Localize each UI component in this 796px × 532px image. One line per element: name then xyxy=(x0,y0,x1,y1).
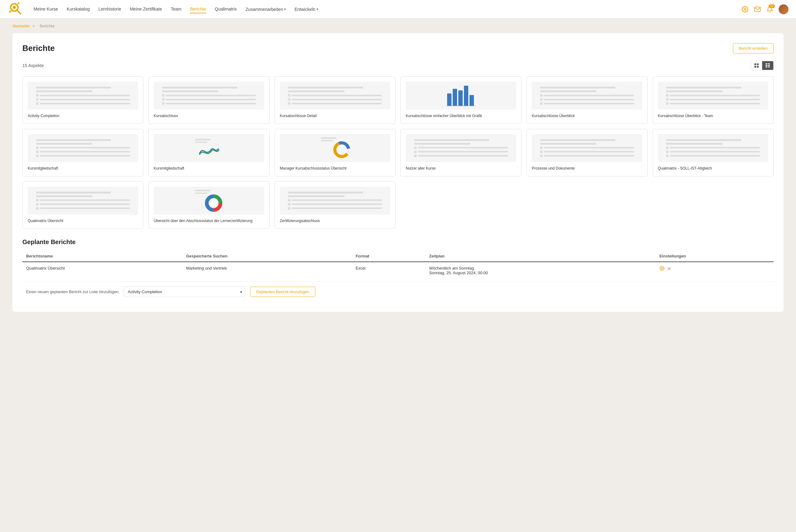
report-thumb-11 xyxy=(532,134,642,162)
report-thumb-3 xyxy=(280,82,390,110)
navbar: Meine Kurse Kurskatalog Lernhistorie Mei… xyxy=(0,0,796,19)
report-name-6: Kursabschlüsse Überblick - Team xyxy=(658,113,768,119)
avatar[interactable] xyxy=(779,4,789,14)
report-card-zertifizierungsabschluss[interactable]: Zertifizierungsabschluss xyxy=(274,182,396,229)
report-card-kursmitgliedschaft-2[interactable]: Kursmitgliedschaft xyxy=(148,129,269,176)
nav-team[interactable]: Team xyxy=(171,5,181,13)
report-name-8: Kursmitgliedschaft xyxy=(153,166,264,171)
col-format: Format xyxy=(352,251,426,262)
notifications-icon[interactable]: SP xyxy=(766,5,774,13)
report-name-1: Activity Completion xyxy=(28,113,138,119)
nav-berichte[interactable]: Berichte xyxy=(190,5,206,13)
report-name-11: Prozesse und Dokumente xyxy=(532,166,642,171)
report-card-kursabschlusse-uberblick[interactable]: Kursabschlüsse Überblick xyxy=(526,76,647,124)
svg-rect-8 xyxy=(754,63,756,65)
svg-point-7 xyxy=(744,8,746,10)
main-content: Berichte Bericht erstellen 15 Aspekte xyxy=(0,33,796,324)
nav-zertifikate[interactable]: Meine Zertifikate xyxy=(130,5,162,13)
add-scheduled-button[interactable]: Geplanten Bericht hinzufügen xyxy=(250,287,315,297)
svg-point-2 xyxy=(13,6,16,9)
report-name-15: Zertifizierungsabschluss xyxy=(280,218,390,224)
report-thumb-15 xyxy=(280,187,390,215)
page-title: Berichte xyxy=(22,43,55,53)
report-thumb-2 xyxy=(153,82,264,110)
scheduled-title: Geplante Berichte xyxy=(22,239,774,246)
report-grid: Activity Completion Kursabschluss xyxy=(22,76,774,229)
nav-links: Meine Kurse Kurskatalog Lernhistorie Mei… xyxy=(34,5,741,13)
report-card-activity-completion[interactable]: Activity Completion xyxy=(22,76,143,124)
report-thumb-8 xyxy=(153,134,264,162)
report-name-2: Kursabschluss xyxy=(153,113,264,119)
breadcrumb-home[interactable]: Startseite xyxy=(13,24,30,28)
col-einstellungen: Einstellungen xyxy=(656,251,774,262)
svg-rect-12 xyxy=(765,63,767,64)
report-thumb-14 xyxy=(153,187,264,215)
nav-lernhistorie[interactable]: Lernhistorie xyxy=(98,5,121,13)
settings-icon[interactable] xyxy=(741,5,749,13)
breadcrumb-separator: > xyxy=(33,24,35,28)
report-card-kursabschluss[interactable]: Kursabschluss xyxy=(148,76,269,124)
report-card-qualimatrix-abgleich[interactable]: Qualimatrix - SOLL-IST-Abgleich xyxy=(653,129,774,176)
row-einstellungen: ✕ xyxy=(656,262,774,279)
table-row: Qualimatrix Übersicht Marketing und Vert… xyxy=(22,262,774,279)
report-thumb-5 xyxy=(532,82,642,110)
report-select[interactable]: Activity Completion Kursabschluss Kursab… xyxy=(124,287,245,297)
nav-meine-kurse[interactable]: Meine Kurse xyxy=(34,5,58,13)
report-name-12: Qualimatrix - SOLL-IST-Abgleich xyxy=(658,166,768,171)
report-card-abschlussstatus-zertifizierung[interactable]: Übersicht über den Abschlussstatus der L… xyxy=(148,182,269,229)
svg-rect-15 xyxy=(768,65,770,66)
svg-rect-10 xyxy=(754,66,756,68)
breadcrumb: Startseite > Berichte xyxy=(0,19,796,33)
report-card-kursabschlusse-detail[interactable]: Kursabschlüsse Detail xyxy=(274,76,396,124)
report-name-10: Nutzer aller Kurse xyxy=(406,166,516,171)
report-card-prozesse-dokumente[interactable]: Prozesse und Dokumente xyxy=(526,129,647,176)
content-card: Berichte Bericht erstellen 15 Aspekte xyxy=(13,33,783,312)
svg-rect-22 xyxy=(470,95,474,106)
report-thumb-13 xyxy=(28,187,138,215)
settings-icons: ✕ xyxy=(659,266,770,272)
report-card-qualimatrix-uberblick[interactable]: Qualimatrix Übersicht xyxy=(22,182,143,229)
svg-rect-9 xyxy=(757,63,759,65)
svg-rect-24 xyxy=(195,139,211,140)
report-card-kursabschlusse-grafik[interactable]: Kursabschlüsse einfacher Überblick mit G… xyxy=(400,76,522,124)
row-delete-icon[interactable]: ✕ xyxy=(667,266,671,272)
grid-view-button[interactable] xyxy=(751,61,762,70)
report-card-kursmitgliedschaft-1[interactable]: Kursmitgliedschaft xyxy=(22,129,143,176)
report-thumb-7 xyxy=(28,134,138,162)
nav-kurskatalog[interactable]: Kurskatalog xyxy=(67,5,90,13)
report-card-manager-kursabschlussstatus[interactable]: Manager Kursabschlussstatus Übersicht xyxy=(274,129,396,176)
report-card-nutzer-aller-kurse[interactable]: Nutzer aller Kurse xyxy=(400,129,522,176)
logo[interactable] xyxy=(7,1,24,18)
svg-rect-26 xyxy=(321,137,337,139)
col-zeitplan: Zeitplan xyxy=(426,251,656,262)
notification-badge: SP xyxy=(768,4,775,8)
svg-rect-17 xyxy=(768,66,770,68)
zusammenarbeiten-chevron: ▾ xyxy=(284,7,286,11)
create-report-button[interactable]: Bericht erstellen xyxy=(733,43,774,53)
svg-rect-31 xyxy=(195,190,211,191)
mail-icon[interactable] xyxy=(754,5,761,13)
nav-qualimatrix[interactable]: Qualimatrix xyxy=(215,5,237,13)
report-name-7: Kursmitgliedschaft xyxy=(28,166,138,171)
report-thumb-4 xyxy=(406,82,516,110)
add-scheduled-label: Einen neuen geplanten Bericht zur Liste … xyxy=(26,289,119,294)
nav-zusammenarbeiten[interactable]: Zusammenarbeiten ▾ xyxy=(246,5,286,13)
row-settings-icon[interactable] xyxy=(659,266,665,272)
svg-rect-13 xyxy=(768,63,770,64)
svg-rect-18 xyxy=(447,94,451,106)
report-thumb-6 xyxy=(658,82,768,110)
report-name-4: Kursabschlüsse einfacher Überblick mit G… xyxy=(406,113,516,119)
report-name-3: Kursabschlüsse Detail xyxy=(280,113,390,119)
report-thumb-1 xyxy=(28,82,138,110)
entwickeln-chevron: ▾ xyxy=(316,7,318,11)
toolbar: 15 Aspekte xyxy=(22,61,774,70)
col-gespeicherte-suchen: Gespeicherte Suchen xyxy=(182,251,352,262)
list-view-button[interactable] xyxy=(762,61,773,70)
svg-line-1 xyxy=(17,10,20,14)
nav-entwickeln[interactable]: Entwickeln ▾ xyxy=(294,5,318,13)
report-card-kursabschlusse-team[interactable]: Kursabschlüsse Überblick - Team xyxy=(653,76,774,124)
report-name-13: Qualimatrix Übersicht xyxy=(28,218,138,224)
svg-point-38 xyxy=(662,268,663,269)
nav-right: SP xyxy=(741,4,789,14)
report-name-14: Übersicht über den Abschlussstatus der L… xyxy=(153,218,264,224)
